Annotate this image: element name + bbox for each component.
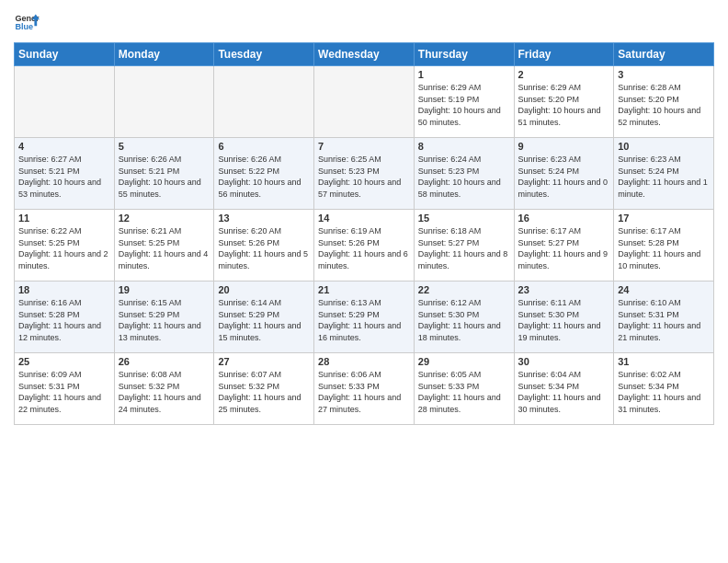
page: General Blue SundayMondayTuesdayWednesda… bbox=[0, 0, 728, 563]
day-number: 23 bbox=[518, 284, 610, 295]
day-number: 19 bbox=[119, 284, 210, 295]
calendar-cell: 23Sunrise: 6:11 AMSunset: 5:30 PMDayligh… bbox=[514, 282, 614, 353]
day-info: Sunrise: 6:25 AMSunset: 5:23 PMDaylight:… bbox=[318, 154, 410, 200]
calendar-cell: 21Sunrise: 6:13 AMSunset: 5:29 PMDayligh… bbox=[314, 282, 415, 353]
calendar-header-row: SundayMondayTuesdayWednesdayThursdayFrid… bbox=[15, 43, 714, 66]
calendar-cell: 2Sunrise: 6:29 AMSunset: 5:20 PMDaylight… bbox=[514, 66, 614, 138]
day-number: 16 bbox=[518, 213, 610, 224]
day-number: 12 bbox=[119, 213, 210, 224]
day-number: 31 bbox=[618, 356, 710, 367]
header: General Blue bbox=[14, 9, 714, 35]
day-info: Sunrise: 6:16 AMSunset: 5:28 PMDaylight:… bbox=[18, 297, 110, 343]
day-number: 9 bbox=[518, 141, 610, 152]
calendar-cell: 11Sunrise: 6:22 AMSunset: 5:25 PMDayligh… bbox=[15, 210, 115, 282]
day-info: Sunrise: 6:21 AMSunset: 5:25 PMDaylight:… bbox=[119, 225, 210, 271]
day-info: Sunrise: 6:02 AMSunset: 5:34 PMDaylight:… bbox=[618, 369, 710, 415]
day-info: Sunrise: 6:12 AMSunset: 5:30 PMDaylight:… bbox=[418, 297, 510, 343]
day-info: Sunrise: 6:08 AMSunset: 5:32 PMDaylight:… bbox=[119, 369, 210, 415]
day-number: 18 bbox=[18, 284, 110, 295]
calendar-cell bbox=[314, 66, 415, 138]
day-number: 6 bbox=[218, 141, 310, 152]
day-number: 13 bbox=[218, 213, 310, 224]
day-info: Sunrise: 6:18 AMSunset: 5:27 PMDaylight:… bbox=[418, 225, 510, 271]
calendar-cell: 13Sunrise: 6:20 AMSunset: 5:26 PMDayligh… bbox=[214, 210, 314, 282]
day-info: Sunrise: 6:07 AMSunset: 5:32 PMDaylight:… bbox=[218, 369, 310, 415]
calendar-cell: 4Sunrise: 6:27 AMSunset: 5:21 PMDaylight… bbox=[15, 138, 115, 210]
svg-text:Blue: Blue bbox=[15, 22, 33, 31]
calendar-cell: 8Sunrise: 6:24 AMSunset: 5:23 PMDaylight… bbox=[414, 138, 514, 210]
day-info: Sunrise: 6:28 AMSunset: 5:20 PMDaylight:… bbox=[618, 82, 710, 128]
calendar-week-2: 4Sunrise: 6:27 AMSunset: 5:21 PMDaylight… bbox=[15, 138, 714, 210]
day-number: 15 bbox=[418, 213, 510, 224]
calendar-cell: 15Sunrise: 6:18 AMSunset: 5:27 PMDayligh… bbox=[414, 210, 514, 282]
day-number: 17 bbox=[618, 213, 710, 224]
day-number: 10 bbox=[618, 141, 710, 152]
calendar-cell: 17Sunrise: 6:17 AMSunset: 5:28 PMDayligh… bbox=[614, 210, 714, 282]
day-info: Sunrise: 6:17 AMSunset: 5:27 PMDaylight:… bbox=[518, 225, 610, 271]
day-number: 25 bbox=[18, 356, 110, 367]
calendar-cell: 1Sunrise: 6:29 AMSunset: 5:19 PMDaylight… bbox=[414, 66, 514, 138]
day-info: Sunrise: 6:04 AMSunset: 5:34 PMDaylight:… bbox=[518, 369, 610, 415]
day-info: Sunrise: 6:14 AMSunset: 5:29 PMDaylight:… bbox=[218, 297, 310, 343]
day-info: Sunrise: 6:22 AMSunset: 5:25 PMDaylight:… bbox=[18, 225, 110, 271]
day-info: Sunrise: 6:09 AMSunset: 5:31 PMDaylight:… bbox=[18, 369, 110, 415]
calendar-week-3: 11Sunrise: 6:22 AMSunset: 5:25 PMDayligh… bbox=[15, 210, 714, 282]
calendar-week-5: 25Sunrise: 6:09 AMSunset: 5:31 PMDayligh… bbox=[15, 353, 714, 425]
calendar-cell: 16Sunrise: 6:17 AMSunset: 5:27 PMDayligh… bbox=[514, 210, 614, 282]
day-info: Sunrise: 6:15 AMSunset: 5:29 PMDaylight:… bbox=[119, 297, 210, 343]
col-header-saturday: Saturday bbox=[614, 43, 714, 66]
calendar-cell: 30Sunrise: 6:04 AMSunset: 5:34 PMDayligh… bbox=[514, 353, 614, 425]
day-info: Sunrise: 6:11 AMSunset: 5:30 PMDaylight:… bbox=[518, 297, 610, 343]
day-number: 29 bbox=[418, 356, 510, 367]
day-number: 4 bbox=[18, 141, 110, 152]
day-number: 11 bbox=[18, 213, 110, 224]
calendar-cell: 3Sunrise: 6:28 AMSunset: 5:20 PMDaylight… bbox=[614, 66, 714, 138]
col-header-friday: Friday bbox=[514, 43, 614, 66]
day-number: 21 bbox=[318, 284, 410, 295]
calendar-cell: 19Sunrise: 6:15 AMSunset: 5:29 PMDayligh… bbox=[114, 282, 214, 353]
day-number: 3 bbox=[618, 69, 710, 80]
day-info: Sunrise: 6:19 AMSunset: 5:26 PMDaylight:… bbox=[318, 225, 410, 271]
day-info: Sunrise: 6:29 AMSunset: 5:20 PMDaylight:… bbox=[518, 82, 610, 128]
calendar-cell: 7Sunrise: 6:25 AMSunset: 5:23 PMDaylight… bbox=[314, 138, 415, 210]
day-number: 2 bbox=[518, 69, 610, 80]
calendar-week-4: 18Sunrise: 6:16 AMSunset: 5:28 PMDayligh… bbox=[15, 282, 714, 353]
day-info: Sunrise: 6:17 AMSunset: 5:28 PMDaylight:… bbox=[618, 225, 710, 271]
day-info: Sunrise: 6:29 AMSunset: 5:19 PMDaylight:… bbox=[418, 82, 510, 128]
day-info: Sunrise: 6:06 AMSunset: 5:33 PMDaylight:… bbox=[318, 369, 410, 415]
day-info: Sunrise: 6:10 AMSunset: 5:31 PMDaylight:… bbox=[618, 297, 710, 343]
day-number: 30 bbox=[518, 356, 610, 367]
day-info: Sunrise: 6:20 AMSunset: 5:26 PMDaylight:… bbox=[218, 225, 310, 271]
calendar: SundayMondayTuesdayWednesdayThursdayFrid… bbox=[14, 42, 714, 425]
calendar-week-1: 1Sunrise: 6:29 AMSunset: 5:19 PMDaylight… bbox=[15, 66, 714, 138]
day-number: 28 bbox=[318, 356, 410, 367]
day-info: Sunrise: 6:23 AMSunset: 5:24 PMDaylight:… bbox=[518, 154, 610, 200]
calendar-cell bbox=[15, 66, 115, 138]
day-info: Sunrise: 6:05 AMSunset: 5:33 PMDaylight:… bbox=[418, 369, 510, 415]
calendar-cell: 29Sunrise: 6:05 AMSunset: 5:33 PMDayligh… bbox=[414, 353, 514, 425]
day-info: Sunrise: 6:23 AMSunset: 5:24 PMDaylight:… bbox=[618, 154, 710, 200]
calendar-cell: 6Sunrise: 6:26 AMSunset: 5:22 PMDaylight… bbox=[214, 138, 314, 210]
calendar-cell bbox=[214, 66, 314, 138]
calendar-cell: 18Sunrise: 6:16 AMSunset: 5:28 PMDayligh… bbox=[15, 282, 115, 353]
day-number: 20 bbox=[218, 284, 310, 295]
day-number: 14 bbox=[318, 213, 410, 224]
calendar-cell: 27Sunrise: 6:07 AMSunset: 5:32 PMDayligh… bbox=[214, 353, 314, 425]
calendar-cell: 25Sunrise: 6:09 AMSunset: 5:31 PMDayligh… bbox=[15, 353, 115, 425]
calendar-cell: 28Sunrise: 6:06 AMSunset: 5:33 PMDayligh… bbox=[314, 353, 415, 425]
col-header-sunday: Sunday bbox=[15, 43, 115, 66]
day-info: Sunrise: 6:24 AMSunset: 5:23 PMDaylight:… bbox=[418, 154, 510, 200]
col-header-tuesday: Tuesday bbox=[214, 43, 314, 66]
day-number: 7 bbox=[318, 141, 410, 152]
day-info: Sunrise: 6:26 AMSunset: 5:22 PMDaylight:… bbox=[218, 154, 310, 200]
calendar-cell: 24Sunrise: 6:10 AMSunset: 5:31 PMDayligh… bbox=[614, 282, 714, 353]
col-header-thursday: Thursday bbox=[414, 43, 514, 66]
calendar-cell: 22Sunrise: 6:12 AMSunset: 5:30 PMDayligh… bbox=[414, 282, 514, 353]
calendar-cell: 5Sunrise: 6:26 AMSunset: 5:21 PMDaylight… bbox=[114, 138, 214, 210]
day-number: 1 bbox=[418, 69, 510, 80]
col-header-monday: Monday bbox=[114, 43, 214, 66]
day-number: 8 bbox=[418, 141, 510, 152]
day-info: Sunrise: 6:13 AMSunset: 5:29 PMDaylight:… bbox=[318, 297, 410, 343]
calendar-cell: 20Sunrise: 6:14 AMSunset: 5:29 PMDayligh… bbox=[214, 282, 314, 353]
calendar-cell: 14Sunrise: 6:19 AMSunset: 5:26 PMDayligh… bbox=[314, 210, 415, 282]
